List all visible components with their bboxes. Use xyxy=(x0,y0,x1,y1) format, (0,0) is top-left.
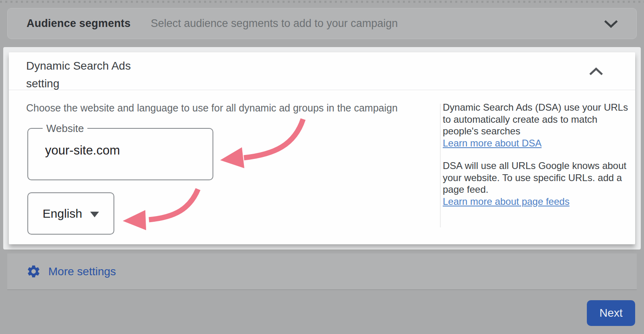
header-divider xyxy=(9,90,635,90)
top-dashed-divider xyxy=(0,1,644,3)
help-column-divider xyxy=(440,104,441,227)
website-field-label: Website xyxy=(43,122,87,135)
website-input[interactable] xyxy=(45,143,198,158)
language-select[interactable]: English xyxy=(27,192,114,235)
gear-icon xyxy=(26,264,41,279)
more-settings-row[interactable]: More settings xyxy=(7,254,637,290)
campaign-settings-page: Audience segments Select audience segmen… xyxy=(0,0,644,334)
learn-more-dsa-link[interactable]: Learn more about DSA xyxy=(443,137,541,149)
more-settings-label: More settings xyxy=(48,265,116,278)
audience-segments-panel[interactable]: Audience segments Select audience segmen… xyxy=(7,8,637,39)
website-field[interactable]: Website xyxy=(27,128,213,180)
dsa-panel-header: Dynamic Search Ads setting xyxy=(26,57,163,93)
audience-segments-subtitle: Select audience segments to add to your … xyxy=(151,17,398,30)
triangle-down-icon xyxy=(90,212,99,217)
chevron-down-icon[interactable] xyxy=(603,19,619,29)
dsa-setting-panel: Dynamic Search Ads setting Choose the we… xyxy=(9,52,635,244)
language-select-value: English xyxy=(43,207,82,221)
audience-segments-title: Audience segments xyxy=(27,17,130,30)
dsa-description: Choose the website and language to use f… xyxy=(26,102,429,114)
dsa-help-column: Dynamic Search Ads (DSA) use your URLs t… xyxy=(443,101,631,207)
learn-more-page-feeds-link[interactable]: Learn more about page feeds xyxy=(443,196,570,208)
dsa-help-paragraph-2: DSA will use all URLs Google knows about… xyxy=(443,160,631,196)
dsa-help-paragraph-1: Dynamic Search Ads (DSA) use your URLs t… xyxy=(443,101,631,137)
chevron-up-icon[interactable] xyxy=(588,67,604,76)
dsa-panel-title: Dynamic Search Ads setting xyxy=(26,57,163,93)
next-button[interactable]: Next xyxy=(587,300,635,326)
